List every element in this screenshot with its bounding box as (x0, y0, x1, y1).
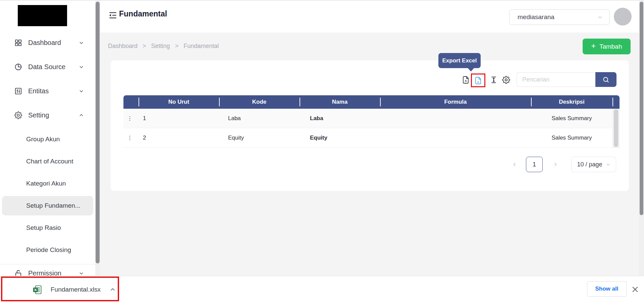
search-button[interactable] (595, 72, 616, 87)
app-logo (18, 5, 67, 26)
menu-fold-icon[interactable] (108, 11, 117, 20)
page-scrollbar[interactable] (639, 1, 644, 276)
sidebar-item-label: Dashboard (28, 39, 73, 47)
sidebar-scrollbar[interactable] (95, 1, 100, 276)
chevron-down-icon (79, 64, 84, 69)
row-actions-kebab-icon[interactable] (127, 134, 133, 142)
chevron-down-icon (606, 162, 610, 167)
cell-nama: Laba (300, 109, 380, 128)
breadcrumb: Dashboard > Setting > Fundamental (108, 43, 219, 50)
table-row: 1 Laba Laba Sales Summary (123, 109, 620, 128)
company-select-value: mediasarana (518, 13, 554, 21)
show-all-button[interactable]: Show all (587, 281, 627, 297)
header-actions-column (123, 95, 139, 109)
breadcrumb-dashboard[interactable]: Dashboard (108, 43, 138, 50)
export-excel-highlight-box: x (471, 73, 485, 87)
gear-icon (14, 111, 22, 119)
breadcrumb-setting[interactable]: Setting (151, 43, 170, 50)
settings-icon[interactable] (502, 76, 510, 84)
tooltip-text: Export Excel (442, 57, 477, 64)
sidebar-item-data-source[interactable]: Data Source (0, 55, 95, 79)
download-item[interactable]: Fundamental.xlsx (33, 276, 116, 303)
sidebar-subitem-setup-rasio[interactable]: Setup Rasio (0, 217, 95, 239)
sidebar-subitem-periode-closing[interactable]: Periode Closing (0, 239, 95, 261)
sidebar-subitem-group-akun[interactable]: Group Akun (0, 128, 95, 150)
header-kode: Kode (219, 95, 300, 109)
breadcrumb-fundamental[interactable]: Fundamental (183, 43, 219, 50)
prev-page-button[interactable] (511, 157, 518, 172)
search-box (517, 72, 616, 87)
current-page-button[interactable]: 1 (526, 157, 543, 172)
cell-no-urut: 2 (139, 128, 219, 147)
page-size-value: 10 / page (577, 161, 602, 168)
row-actions-kebab-icon[interactable] (127, 115, 133, 122)
search-input[interactable] (517, 72, 595, 87)
cell-nama: Equity (300, 128, 380, 147)
setting-submenu: Group Akun Chart of Account Kategori Aku… (0, 128, 95, 261)
page-title: Fundamental (119, 9, 167, 18)
add-button-label: Tambah (599, 43, 622, 50)
pie-chart-icon (14, 63, 22, 71)
data-table: No Urut Kode Nama Formula Deskripsi 1 La… (123, 95, 620, 148)
page-scrollbar-thumb[interactable] (640, 2, 643, 215)
download-bar: Fundamental.xlsx Show all (0, 276, 644, 303)
row-height-icon[interactable] (490, 76, 498, 84)
cell-formula (380, 109, 531, 128)
company-select[interactable]: mediasarana (509, 9, 610, 25)
sidebar-item-label: Permission (28, 269, 73, 276)
sidebar-item-entitas[interactable]: Entitas (0, 79, 95, 103)
table-scrollbar[interactable] (612, 109, 620, 148)
window-top-edge (0, 0, 644, 1)
sidebar-item-permission[interactable]: Permission (0, 264, 95, 276)
cell-deskripsi: Sales Summary (531, 128, 612, 147)
export-excel-icon[interactable]: x (474, 77, 482, 85)
cell-deskripsi: Sales Summary (531, 109, 612, 128)
sidebar-item-dashboard[interactable]: Dashboard (0, 31, 95, 55)
avatar[interactable] (614, 8, 632, 26)
header-scroll-gutter (612, 95, 620, 109)
subitem-label: Chart of Account (26, 158, 73, 165)
sidebar-subitem-chart-of-account[interactable]: Chart of Account (0, 150, 95, 172)
header-deskripsi: Deskripsi (531, 95, 612, 109)
subitem-label: Setup Fundamen... (26, 202, 80, 209)
close-icon[interactable] (631, 285, 639, 294)
next-page-button[interactable] (552, 157, 559, 172)
sidebar-item-label: Setting (28, 111, 73, 119)
download-file-name: Fundamental.xlsx (51, 286, 101, 293)
excel-file-icon (33, 285, 42, 294)
dashboard-grid-icon (14, 39, 22, 47)
add-button[interactable]: + Tambah (583, 39, 631, 54)
header-nama: Nama (300, 95, 380, 109)
main-header: Fundamental mediasarana (100, 1, 639, 33)
subitem-label: Setup Rasio (26, 224, 61, 232)
export-excel-tooltip: Export Excel (438, 53, 481, 68)
sidebar: Dashboard Data Source Entitas Setting G (0, 1, 95, 276)
table-card: A x No Urut Kode Nama Formula (111, 60, 629, 191)
lock-icon (14, 269, 22, 276)
tooltip-arrow (467, 67, 475, 71)
table-row: 2 Equity Equity Sales Summary (123, 128, 620, 148)
subitem-label: Kategori Akun (26, 180, 66, 187)
sidebar-subitem-setup-fundamental[interactable]: Setup Fundamen... (2, 196, 93, 215)
page-size-select[interactable]: 10 / page (571, 157, 616, 172)
header-no-urut: No Urut (139, 95, 219, 109)
sidebar-item-setting[interactable]: Setting (0, 103, 95, 127)
cell-formula (380, 128, 531, 147)
chevron-down-icon (79, 89, 84, 94)
table-scrollbar-thumb[interactable] (614, 109, 618, 147)
subitem-label: Periode Closing (26, 246, 71, 254)
export-pdf-icon[interactable]: A (462, 76, 470, 84)
sidebar-nav: Dashboard Data Source Entitas Setting (0, 31, 95, 127)
table-header-row: No Urut Kode Nama Formula Deskripsi (123, 95, 620, 109)
sidebar-subitem-kategori-akun[interactable]: Kategori Akun (0, 172, 95, 195)
chevron-up-icon (110, 287, 116, 293)
chevron-down-icon (597, 14, 603, 20)
breadcrumb-separator: > (175, 43, 179, 50)
sliders-icon (14, 87, 22, 95)
cell-kode: Equity (219, 128, 300, 147)
sidebar-scrollbar-thumb[interactable] (96, 2, 100, 263)
svg-text:A: A (465, 79, 467, 83)
svg-text:x: x (477, 80, 479, 83)
header-formula: Formula (380, 95, 531, 109)
cell-kode: Laba (219, 109, 300, 128)
